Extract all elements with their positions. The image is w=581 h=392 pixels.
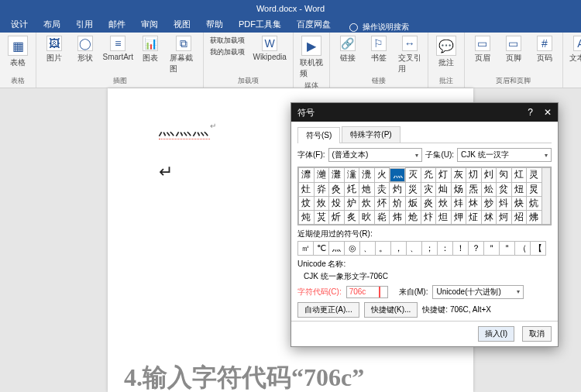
symbol-cell[interactable]: 灱 — [466, 168, 482, 183]
symbol-cell[interactable]: 炉 — [344, 196, 359, 210]
symbol-cell[interactable]: 炛 — [374, 210, 390, 224]
symbol-cell[interactable]: 炝 — [406, 210, 421, 224]
symbol-cell[interactable]: 炥 — [527, 210, 542, 224]
recent-symbol[interactable]: （ — [515, 241, 531, 255]
symbol-cell[interactable]: 炐 — [451, 196, 466, 210]
tab-layout[interactable]: 布局 — [36, 16, 68, 33]
symbol-cell[interactable]: 灸 — [329, 182, 345, 196]
symbol-cell[interactable]: 炋 — [374, 196, 390, 210]
recent-symbol[interactable]: 灬 — [329, 241, 345, 255]
symbol-cell[interactable]: 炈 — [329, 196, 345, 210]
recent-symbol[interactable]: ℃ — [314, 241, 329, 255]
tab-help[interactable]: 帮助 — [198, 16, 231, 33]
recent-symbol[interactable]: ， — [391, 241, 407, 255]
symbol-cell[interactable]: 炖 — [299, 210, 315, 224]
symbol-cell[interactable]: 灭 — [406, 168, 421, 183]
symbol-cell[interactable]: 灻 — [374, 182, 390, 196]
symbol-cell[interactable]: 火 — [374, 168, 390, 183]
symbol-cell[interactable]: 炅 — [527, 182, 542, 196]
symbol-cell[interactable]: 炟 — [436, 210, 452, 224]
symbol-cell[interactable]: 炞 — [421, 210, 436, 224]
close-icon[interactable]: ✕ — [544, 107, 552, 118]
symbol-cell[interactable]: 炠 — [451, 210, 466, 224]
symbol-cell[interactable]: 炡 — [466, 210, 482, 224]
tab-view[interactable]: 视图 — [166, 16, 198, 33]
recent-symbol[interactable]: ㎡ — [298, 241, 314, 255]
symbol-cell[interactable]: 灲 — [481, 168, 497, 183]
btn-bookmark[interactable]: ⚐书签 — [367, 36, 390, 64]
btn-pictures[interactable]: 🖼图片 — [43, 36, 66, 64]
recent-symbol[interactable]: ＂ — [500, 241, 515, 255]
recent-symbol[interactable]: 、 — [407, 241, 422, 255]
symbol-cell[interactable]: 炚 — [359, 210, 375, 224]
btn-screenshot[interactable]: ⧉屏幕截图 — [170, 36, 197, 74]
symbol-cell[interactable]: 灘 — [329, 168, 345, 183]
symbol-cell[interactable]: 炘 — [329, 210, 345, 224]
btn-comment[interactable]: 💬批注 — [435, 36, 458, 68]
btn-online-video[interactable]: ▶联机视频 — [300, 36, 323, 79]
symbol-cell[interactable]: 炗 — [314, 210, 329, 224]
symbol-cell[interactable]: 炓 — [497, 196, 512, 210]
tab-references[interactable]: 引用 — [68, 16, 101, 33]
recent-symbol[interactable]: 、 — [360, 241, 376, 255]
btn-shapes[interactable]: ◯形状 — [74, 36, 97, 64]
recent-symbol[interactable]: ＂ — [484, 241, 500, 255]
symbol-cell[interactable]: 灴 — [511, 168, 527, 183]
btn-footer[interactable]: ▭页脚 — [502, 36, 525, 64]
symbol-cell[interactable]: 炒 — [481, 196, 497, 210]
symbol-cell[interactable]: 炁 — [466, 182, 482, 196]
charcode-input[interactable] — [346, 286, 388, 298]
cancel-button[interactable]: 取消 — [522, 326, 552, 342]
subset-select[interactable]: CJK 统一汉字▾ — [457, 148, 552, 162]
tab-baidu[interactable]: 百度网盘 — [289, 16, 339, 33]
symbol-cell[interactable]: 灖 — [299, 168, 315, 183]
symbol-cell[interactable]: 炣 — [497, 210, 512, 224]
symbol-cell[interactable]: 炔 — [511, 196, 527, 210]
symbol-cell[interactable]: 灚 — [359, 168, 375, 183]
btn-chart[interactable]: 📊图表 — [139, 36, 162, 64]
symbol-cell[interactable]: 灶 — [299, 182, 315, 196]
symbol-cell[interactable]: 炄 — [511, 182, 527, 196]
autocorrect-button[interactable]: 自动更正(A)... — [297, 302, 359, 318]
symbol-cell[interactable]: 灗 — [314, 168, 329, 183]
symbol-cell[interactable]: 炍 — [406, 196, 421, 210]
symbol-cell[interactable]: 炙 — [344, 210, 359, 224]
symbol-cell[interactable]: 灼 — [390, 182, 406, 196]
symbol-cell[interactable]: 炇 — [314, 196, 329, 210]
symbol-cell[interactable]: 灺 — [359, 182, 375, 196]
recent-symbol[interactable]: ； — [422, 241, 438, 255]
btn-link[interactable]: 🔗链接 — [336, 36, 359, 64]
symbol-cell[interactable]: 炎 — [421, 196, 436, 210]
tab-special[interactable]: 特殊字符(P) — [342, 126, 400, 143]
tell-me-search[interactable]: 操作说明搜索 — [349, 22, 409, 33]
dialog-header[interactable]: 符号 ? ✕ — [291, 103, 558, 122]
btn-my-addins[interactable]: 我的加载项 — [210, 47, 245, 57]
recent-symbol[interactable]: 【 — [531, 241, 546, 255]
recent-symbol[interactable]: ！ — [453, 241, 469, 255]
recent-symbol[interactable]: ◎ — [345, 241, 360, 255]
symbol-cell[interactable]: 災 — [406, 182, 421, 196]
symbol-cell[interactable]: 灰 — [451, 168, 466, 183]
symbol-cell[interactable]: 灯 — [436, 168, 452, 183]
btn-pagenum[interactable]: #页码 — [533, 36, 556, 64]
symbol-cell[interactable]: 炊 — [359, 196, 375, 210]
symbol-cell[interactable]: 炃 — [497, 182, 512, 196]
symbol-cell[interactable]: 灾 — [421, 182, 436, 196]
symbol-cell[interactable]: 炕 — [527, 196, 542, 210]
tab-pdf[interactable]: PDF工具集 — [231, 16, 289, 33]
tab-review[interactable]: 审阅 — [133, 16, 166, 33]
symbol-cell[interactable]: 炂 — [481, 182, 497, 196]
btn-header[interactable]: ▭页眉 — [471, 36, 494, 64]
symbol-cell[interactable]: 灳 — [497, 168, 512, 183]
symbol-cell[interactable]: 炜 — [390, 210, 406, 224]
tab-mailings[interactable]: 邮件 — [101, 16, 133, 33]
symbol-cell[interactable]: 炏 — [436, 196, 452, 210]
btn-crossref[interactable]: ↔交叉引用 — [398, 36, 421, 74]
btn-table[interactable]: ▦表格 — [6, 36, 29, 68]
symbol-cell[interactable]: 炌 — [390, 196, 406, 210]
tab-symbols[interactable]: 符号(S) — [297, 127, 340, 143]
symbol-cell[interactable]: 炀 — [451, 182, 466, 196]
symbol-cell[interactable]: 灵 — [527, 168, 542, 183]
tab-design[interactable]: 设计 — [3, 16, 36, 33]
grid-scrollbar[interactable] — [541, 168, 550, 225]
